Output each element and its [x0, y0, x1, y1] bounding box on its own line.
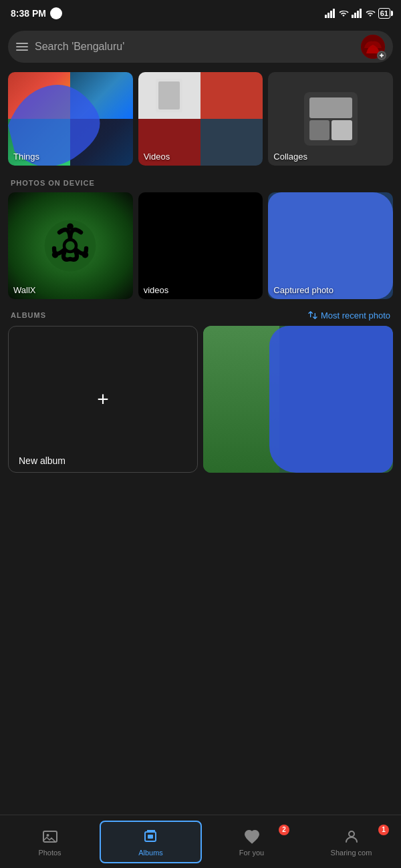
wifi-icon [338, 9, 349, 18]
videos-mosaic-2 [200, 72, 263, 119]
sharing-badge: 1 [378, 825, 389, 835]
nav-foryou-label: For you [239, 849, 264, 857]
nav-sharing[interactable]: 1 Sharing com [301, 822, 401, 862]
svg-rect-2 [330, 11, 332, 18]
foryou-badge: 2 [279, 825, 289, 835]
videos-mosaic-1 [138, 72, 200, 119]
device-photo-videos-label: videos [144, 285, 169, 295]
new-album-label: New album [19, 455, 65, 466]
svg-rect-1 [327, 13, 329, 18]
videos-card-bg [138, 192, 263, 299]
nav-albums-label: Albums [138, 849, 163, 857]
plus-icon: + [90, 386, 116, 413]
time: 8:38 PM [11, 8, 46, 19]
device-photos-grid: WallX videos Captured photo [0, 192, 401, 307]
menu-icon[interactable] [16, 43, 28, 51]
search-placeholder[interactable]: Search 'Bengaluru' [35, 41, 354, 53]
search-bar[interactable]: Search 'Bengaluru' [8, 31, 393, 63]
svg-point-16 [52, 252, 59, 258]
category-collages-label: Collages [273, 152, 307, 162]
sort-icon [307, 310, 318, 320]
categories-grid: Things Videos [0, 67, 401, 171]
svg-point-17 [82, 252, 89, 258]
svg-rect-7 [360, 9, 362, 18]
snapchat-icon [50, 7, 62, 19]
user-avatar-container[interactable] [361, 35, 385, 59]
svg-rect-4 [352, 15, 354, 18]
album-cover[interactable] [203, 326, 393, 473]
svg-rect-3 [333, 9, 335, 18]
nav-sharing-label: Sharing com [331, 849, 372, 857]
svg-point-22 [349, 831, 354, 837]
device-photo-videos[interactable]: videos [138, 192, 263, 299]
category-things[interactable]: Things [8, 72, 133, 166]
status-bar: 8:38 PM 61 [0, 0, 401, 27]
category-things-label: Things [13, 152, 39, 162]
device-photo-captured-label: Captured photo [273, 285, 333, 295]
sort-most-recent[interactable]: Most recent photo [307, 310, 390, 320]
battery-level: 61 [380, 9, 388, 17]
videos-mosaic-4 [200, 119, 263, 166]
svg-rect-0 [325, 15, 327, 18]
things-mosaic-2 [70, 72, 132, 119]
battery-indicator: 61 [378, 8, 390, 19]
category-videos[interactable]: Videos [138, 72, 263, 166]
new-album-card[interactable]: + [8, 326, 198, 473]
albums-grid: + New album [0, 326, 401, 481]
wifi2-icon [365, 9, 376, 18]
device-photo-captured[interactable]: Captured photo [268, 192, 393, 299]
albums-header: ALBUMS Most recent photo [0, 307, 401, 326]
svg-rect-21 [148, 835, 153, 839]
status-right: 61 [325, 8, 390, 19]
photos-nav-icon [41, 827, 59, 846]
svg-rect-5 [354, 13, 356, 18]
nav-photos-label: Photos [38, 849, 61, 857]
albums-section-title: ALBUMS [11, 311, 46, 319]
sharing-nav-icon [342, 827, 361, 846]
device-photos-header: PHOTOS ON DEVICE [0, 171, 401, 192]
svg-point-19 [46, 834, 49, 837]
category-videos-label: Videos [144, 152, 170, 162]
signal2-icon [352, 9, 362, 18]
sort-label: Most recent photo [321, 310, 390, 320]
biohazard-icon [43, 219, 97, 272]
svg-rect-6 [357, 11, 359, 18]
nav-albums[interactable]: Albums [100, 821, 202, 863]
albums-nav-icon [142, 827, 160, 846]
foryou-nav-icon [243, 827, 261, 846]
svg-point-15 [68, 223, 74, 230]
device-photo-wallx[interactable]: WallX [8, 192, 133, 299]
svg-rect-18 [43, 831, 57, 842]
things-mosaic-1 [8, 72, 70, 119]
nav-photos[interactable]: Photos [0, 822, 100, 862]
category-collages[interactable]: Collages [268, 72, 393, 166]
device-photo-wallx-label: WallX [13, 285, 35, 295]
signal-icon [325, 9, 336, 18]
status-left: 8:38 PM [11, 7, 62, 19]
bottom-nav: Photos Albums 2 For you 1 [0, 815, 401, 868]
things-mosaic-4 [70, 119, 132, 166]
new-album-wrapper: + New album [8, 326, 198, 473]
svg-point-14 [65, 240, 76, 251]
nav-foryou[interactable]: 2 For you [202, 822, 301, 862]
avatar-status-icon [377, 51, 386, 60]
